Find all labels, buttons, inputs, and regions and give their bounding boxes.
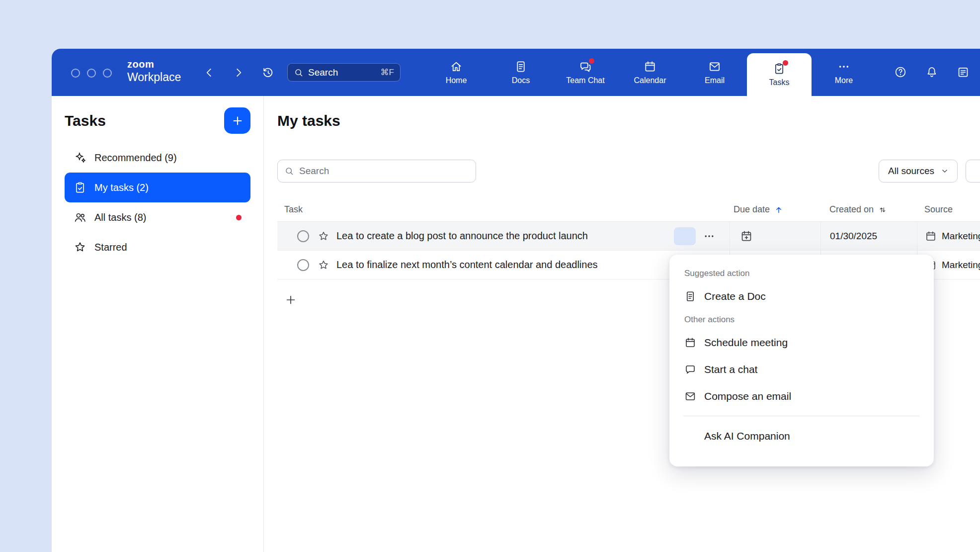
sidebar-item-label: All tasks (8) — [94, 212, 146, 223]
all-tasks-notification-dot — [236, 215, 242, 220]
calendar-icon — [644, 60, 656, 73]
window-controls[interactable] — [71, 69, 112, 78]
ai-companion-actions-button[interactable] — [674, 227, 696, 245]
partially-visible-button[interactable] — [966, 160, 980, 183]
tasks-icon — [773, 62, 786, 75]
tasks-search-field[interactable] — [277, 160, 476, 183]
menu-item-label: Start a chat — [704, 364, 757, 375]
sort-toggle-icon[interactable] — [878, 205, 887, 214]
column-label: Due date — [734, 204, 770, 215]
tasks-search-input[interactable] — [299, 166, 469, 177]
nav-team-chat[interactable]: Team Chat — [553, 49, 618, 96]
docs-icon — [514, 60, 527, 73]
source-cell: Marketing — [917, 222, 980, 250]
team-chat-icon — [579, 60, 592, 73]
search-icon — [294, 68, 304, 78]
sidebar-item-recommended[interactable]: Recommended (9) — [65, 143, 250, 173]
column-header-created-on[interactable]: Created on — [820, 198, 917, 221]
sidebar-header: Tasks — [65, 107, 250, 134]
sources-filter-dropdown[interactable]: All sources — [879, 160, 958, 183]
tasks-sidebar: Tasks Recommended (9) My tasks (2) — [52, 96, 264, 552]
plus-icon — [231, 114, 244, 127]
window-control-maximize[interactable] — [103, 69, 112, 78]
menu-item-label: Schedule meeting — [704, 337, 788, 349]
nav-more-label: More — [835, 76, 853, 85]
sparkles-icon — [74, 151, 86, 164]
history-clock-icon — [261, 66, 274, 79]
menu-item-ask-ai-companion[interactable]: Ask AI Companion — [669, 422, 934, 450]
column-header-due-date[interactable]: Due date — [730, 198, 820, 221]
sidebar-item-starred[interactable]: Starred — [65, 232, 250, 262]
due-date-cell[interactable] — [730, 222, 820, 250]
nav-tasks[interactable]: Tasks — [747, 53, 812, 96]
menu-item-create-doc[interactable]: Create a Doc — [669, 283, 934, 310]
sidebar-item-label: Recommended (9) — [94, 152, 177, 164]
menu-item-label: Ask AI Companion — [704, 430, 790, 442]
menu-item-start-chat[interactable]: Start a chat — [669, 356, 934, 383]
chevron-left-icon — [203, 66, 216, 79]
nav-email[interactable]: Email — [682, 49, 747, 96]
menu-item-compose-email[interactable]: Compose an email — [669, 383, 934, 410]
created-on-date: 01/30/2025 — [830, 231, 877, 242]
home-icon — [450, 60, 463, 73]
top-navigation: Home Docs Team Chat Calendar — [424, 49, 876, 96]
chevron-right-icon — [232, 66, 245, 79]
zoom-workplace-window: zoom Workplace Search ⌘F Home — [52, 49, 980, 552]
sidebar-item-all-tasks[interactable]: All tasks (8) — [65, 202, 250, 232]
menu-divider — [683, 416, 920, 416]
doc-icon — [684, 290, 696, 302]
star-icon[interactable] — [318, 230, 329, 242]
sort-ascending-icon[interactable] — [774, 205, 783, 214]
email-icon — [708, 60, 721, 73]
star-icon[interactable] — [318, 259, 329, 271]
source-label: Marketing — [942, 260, 980, 271]
column-header-task[interactable]: Task — [277, 198, 730, 221]
task-complete-checkbox[interactable] — [297, 230, 309, 242]
menu-item-label: Create a Doc — [704, 290, 766, 302]
page-title: My tasks — [277, 107, 980, 134]
bell-icon — [925, 66, 938, 79]
star-icon — [74, 241, 86, 254]
nav-home[interactable]: Home — [424, 49, 489, 96]
sidebar-item-my-tasks[interactable]: My tasks (2) — [65, 173, 250, 202]
new-task-button[interactable] — [224, 107, 250, 134]
chevron-down-icon — [940, 167, 949, 176]
clipboard-check-icon — [74, 181, 86, 194]
top-bar-right-actions — [894, 66, 970, 79]
task-row[interactable]: Lea to create a blog post to announce th… — [277, 222, 980, 251]
column-header-source[interactable]: Source — [917, 198, 980, 221]
sources-filter-label: All sources — [888, 166, 934, 177]
nav-calendar[interactable]: Calendar — [618, 49, 682, 96]
history-button[interactable] — [260, 65, 275, 80]
created-on-cell: 01/30/2025 — [820, 222, 917, 250]
menu-item-schedule-meeting[interactable]: Schedule meeting — [669, 329, 934, 356]
task-more-options-button[interactable] — [702, 229, 717, 244]
add-due-date-icon[interactable] — [740, 230, 753, 243]
forward-button[interactable] — [231, 65, 246, 80]
sidebar-item-label: My tasks (2) — [94, 182, 149, 193]
help-button[interactable] — [894, 66, 907, 79]
task-complete-checkbox[interactable] — [297, 259, 309, 271]
global-search[interactable]: Search ⌘F — [287, 63, 401, 82]
nav-email-label: Email — [705, 76, 725, 85]
tasks-notification-dot — [783, 60, 788, 66]
nav-more[interactable]: More — [812, 49, 876, 96]
task-cell: Lea to create a blog post to announce th… — [277, 222, 730, 250]
calendar-icon — [684, 337, 696, 349]
menu-section-label: Suggested action — [669, 264, 934, 283]
task-title: Lea to finalize next month’s content cal… — [336, 259, 598, 271]
plus-icon — [284, 293, 297, 306]
window-control-minimize[interactable] — [87, 69, 96, 78]
nav-docs[interactable]: Docs — [489, 49, 553, 96]
ai-sparkle-icon — [684, 430, 696, 442]
ai-suggested-actions-menu: Suggested action Create a Doc Other acti… — [669, 255, 934, 466]
agenda-panel-button[interactable] — [957, 66, 970, 79]
logo-zoom: zoom — [127, 59, 181, 69]
back-button[interactable] — [202, 65, 217, 80]
menu-section-label: Other actions — [669, 310, 934, 329]
window-control-close[interactable] — [71, 69, 80, 78]
sidebar-title: Tasks — [65, 112, 106, 129]
add-task-button[interactable] — [283, 292, 298, 307]
table-header-row: Task Due date Created on Source — [277, 198, 980, 222]
notifications-button[interactable] — [925, 66, 938, 79]
